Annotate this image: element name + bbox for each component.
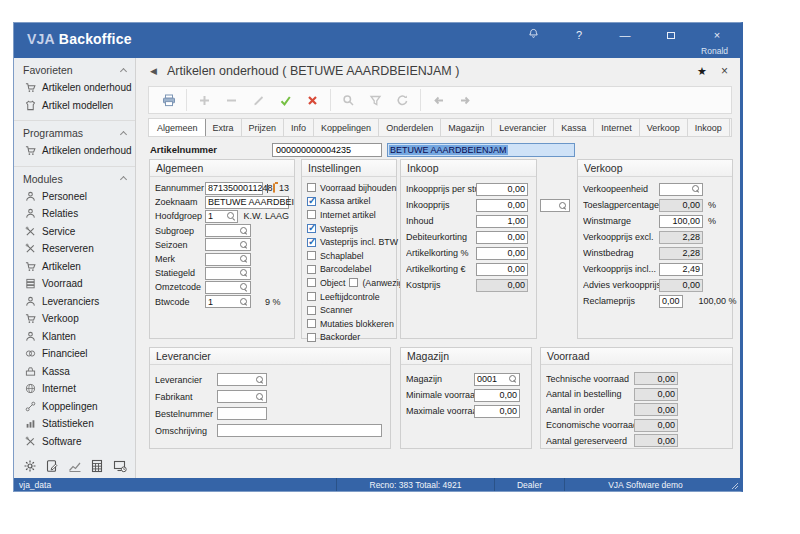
artikelkorting-pct-field[interactable]: 0,00 (476, 247, 528, 260)
inhoud-eenheid-lookup-field[interactable] (540, 199, 570, 212)
previous-record-button[interactable] (425, 89, 452, 111)
magnifier-icon[interactable] (256, 376, 264, 384)
sidebar-item-klanten[interactable]: Klanten (14, 328, 135, 346)
tab-info[interactable]: Info (284, 119, 314, 136)
tab-extra[interactable]: Extra (206, 119, 242, 136)
subgroep-field[interactable] (205, 224, 251, 237)
sidebar-header-programmas[interactable]: Programmas (14, 122, 135, 142)
print-button[interactable] (155, 89, 182, 111)
tab-reclame[interactable]: Reclame (730, 119, 732, 136)
save-confirm-button[interactable] (272, 89, 299, 111)
filter-button[interactable] (362, 89, 389, 111)
btwcode-field[interactable]: 1 (205, 295, 251, 308)
magnifier-icon[interactable] (692, 185, 700, 193)
search-button[interactable] (335, 89, 362, 111)
debiteurkorting-field[interactable]: 0,00 (476, 231, 528, 244)
fabrikant-field[interactable] (217, 390, 267, 403)
edit-document-icon[interactable] (45, 459, 59, 473)
merk-field[interactable] (205, 253, 251, 266)
leverancier-field[interactable] (217, 373, 267, 386)
statiegeld-field[interactable] (205, 267, 251, 280)
magnifier-icon[interactable] (256, 393, 264, 401)
checkbox[interactable] (307, 251, 316, 260)
omschrijving-field[interactable] (217, 424, 382, 437)
minimize-button[interactable]: — (614, 29, 636, 41)
favorite-star-icon[interactable]: ★ (697, 65, 707, 78)
sidebar-item-internet[interactable]: Internet (14, 380, 135, 398)
sidebar-item-artikelen[interactable]: Artikelen (14, 258, 135, 276)
zoeknaam-field[interactable]: BETUWE AAARDBEI (205, 196, 289, 209)
barcode-icon[interactable] (267, 184, 268, 193)
checkbox[interactable] (349, 278, 358, 287)
checkbox[interactable] (307, 306, 316, 315)
checkbox[interactable] (307, 292, 316, 301)
inhoud-field[interactable]: 1,00 (476, 215, 528, 228)
edit-record-button[interactable] (245, 89, 272, 111)
tab-onderdelen[interactable]: Onderdelen (379, 119, 441, 136)
tab-leverancier[interactable]: Leverancier (492, 119, 554, 136)
hoofdgroep-field[interactable]: 1 (205, 210, 238, 223)
magnifier-icon[interactable] (240, 283, 248, 291)
inkoopprijs-field[interactable]: 0,00 (476, 199, 528, 212)
winstmarge-field[interactable]: 100,00 (659, 215, 703, 228)
omzetcode-field[interactable] (205, 281, 251, 294)
maximize-button[interactable] (660, 29, 682, 41)
artikelnaam-field[interactable]: BETUWE AAARDBEIENJAM (387, 143, 575, 157)
magnifier-icon[interactable] (240, 269, 248, 277)
artikelnummer-field[interactable]: 000000000004235 (272, 143, 382, 157)
seizoen-field[interactable] (205, 238, 251, 251)
sidebar-item-artikelen-onderhoud[interactable]: Artikelen onderhoud (14, 79, 135, 97)
checkbox[interactable] (307, 210, 316, 219)
sidebar-item-kassa[interactable]: Kassa (14, 363, 135, 381)
tab-algemeen[interactable]: Algemeen (148, 118, 206, 137)
checkbox[interactable] (307, 319, 316, 328)
tab-verkoop[interactable]: Verkoop (640, 119, 688, 136)
tab-inkoop[interactable]: Inkoop (688, 119, 730, 136)
sidebar-item-personeel[interactable]: Personeel (14, 188, 135, 206)
checkbox[interactable] (307, 265, 316, 274)
checkbox[interactable] (307, 333, 316, 342)
statistics-icon[interactable] (68, 459, 82, 473)
sidebar-item-artikel-modellen[interactable]: Artikel modellen (14, 97, 135, 115)
tab-koppelingen[interactable]: Koppelingen (314, 119, 379, 136)
sidebar-item-voorraad[interactable]: Voorraad (14, 275, 135, 293)
magnifier-icon[interactable] (559, 202, 567, 210)
bestelnummer-field[interactable] (217, 407, 267, 420)
sidebar-header-favorieten[interactable]: Favorieten (14, 59, 135, 79)
maximale-voorraad-field[interactable]: 0,00 (474, 405, 520, 418)
inkoopprijs-per-stuk-field[interactable]: 0,00 (476, 183, 528, 196)
reclameprijs-field[interactable]: 0,00 (659, 295, 683, 308)
monitor-schedule-icon[interactable] (113, 459, 127, 473)
sidebar-item-software[interactable]: Software (14, 433, 135, 451)
magnifier-icon[interactable] (509, 375, 517, 383)
sidebar-item-verkoop[interactable]: Verkoop (14, 310, 135, 328)
tab-magazijn[interactable]: Magazijn (441, 119, 492, 136)
tab-prijzen[interactable]: Prijzen (242, 119, 285, 136)
back-arrow-icon[interactable]: ◀ (150, 66, 157, 76)
refresh-button[interactable] (389, 89, 416, 111)
sidebar-item-service[interactable]: Service (14, 223, 135, 241)
tab-kassa[interactable]: Kassa (554, 119, 594, 136)
magnifier-icon[interactable] (240, 298, 248, 306)
sidebar-item-financieel[interactable]: Financieel (14, 345, 135, 363)
verkoopeenheid-field[interactable] (659, 183, 703, 196)
magnifier-icon[interactable] (240, 241, 248, 249)
checkbox[interactable] (307, 278, 316, 287)
checkbox[interactable] (307, 183, 316, 192)
magazijn-field[interactable]: 0001 (474, 373, 520, 386)
checkbox[interactable] (307, 224, 316, 233)
help-button[interactable]: ? (568, 29, 590, 41)
sidebar-item-statistieken[interactable]: Statistieken (14, 415, 135, 433)
sidebar-item-artikelen-onderhoud-prog[interactable]: Artikelen onderhoud (14, 142, 135, 160)
sidebar-item-leveranciers[interactable]: Leveranciers (14, 293, 135, 311)
eannummer-field[interactable]: 8713500011248 (205, 182, 263, 195)
tab-internet[interactable]: Internet (594, 119, 640, 136)
settings-gear-icon[interactable] (23, 459, 37, 473)
checkbox[interactable] (307, 197, 316, 206)
artikelkorting-eur-field[interactable]: 0,00 (476, 263, 528, 276)
add-record-button[interactable] (191, 89, 218, 111)
notification-bell-icon[interactable] (522, 28, 544, 41)
magnifier-icon[interactable] (227, 212, 235, 220)
delete-record-button[interactable] (218, 89, 245, 111)
sidebar-item-reserveren[interactable]: Reserveren (14, 240, 135, 258)
